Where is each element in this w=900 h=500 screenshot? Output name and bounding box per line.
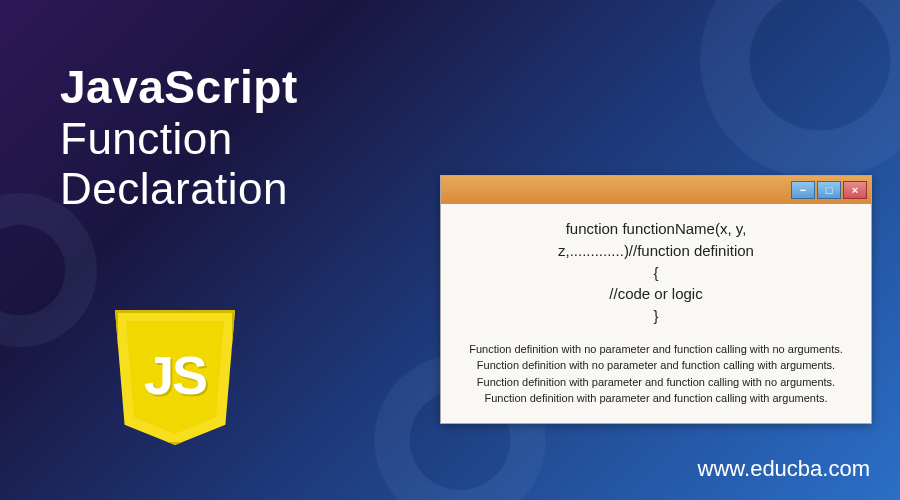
code-line: function functionName(x, y, <box>457 218 855 240</box>
background-gear-icon <box>680 0 900 200</box>
code-line: { <box>457 262 855 284</box>
title-line-3: Declaration <box>60 164 298 214</box>
close-icon: × <box>852 184 858 196</box>
footer-url: www.educba.com <box>698 456 870 482</box>
code-line: } <box>457 305 855 327</box>
description-line: Function definition with parameter and f… <box>457 374 855 391</box>
window-body: function functionName(x, y, z,..........… <box>441 204 871 423</box>
js-shield-icon: JS <box>115 310 235 445</box>
minimize-icon: − <box>800 184 806 196</box>
js-logo-text: JS <box>144 344 206 406</box>
code-block: function functionName(x, y, z,..........… <box>457 218 855 327</box>
maximize-button[interactable]: □ <box>817 181 841 199</box>
description-line: Function definition with no parameter an… <box>457 341 855 358</box>
window-titlebar: − □ × <box>441 176 871 204</box>
close-button[interactable]: × <box>843 181 867 199</box>
minimize-button[interactable]: − <box>791 181 815 199</box>
code-line: z,.............)//function definition <box>457 240 855 262</box>
code-window: − □ × function functionName(x, y, z,....… <box>440 175 872 424</box>
code-line: //code or logic <box>457 283 855 305</box>
description-line: Function definition with parameter and f… <box>457 390 855 407</box>
maximize-icon: □ <box>826 184 833 196</box>
title-line-2: Function <box>60 114 298 164</box>
description-line: Function definition with no parameter an… <box>457 357 855 374</box>
page-title: JavaScript Function Declaration <box>60 60 298 214</box>
description-block: Function definition with no parameter an… <box>457 341 855 407</box>
title-line-1: JavaScript <box>60 60 298 114</box>
javascript-logo: JS <box>115 310 265 460</box>
